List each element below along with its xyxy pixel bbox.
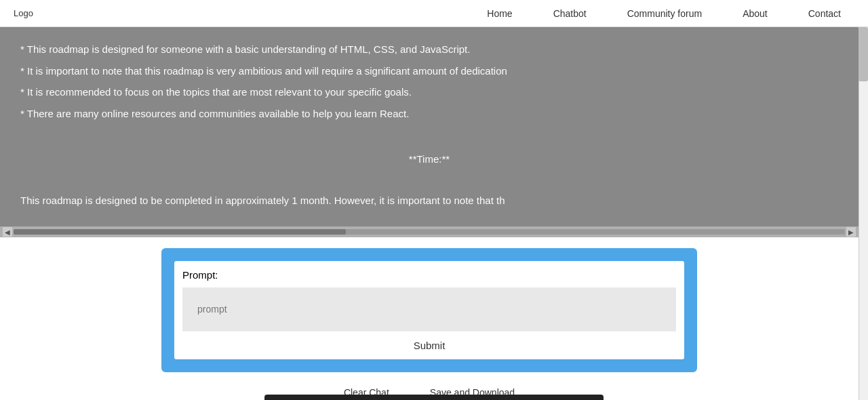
nav-links: Home Chatbot Community forum About Conta…	[487, 7, 841, 20]
prompt-input[interactable]	[191, 294, 668, 324]
chat-line-2: * It is important to note that this road…	[20, 62, 838, 80]
horizontal-scrollbar[interactable]: ◀ ▶	[0, 226, 859, 237]
chat-line-1: * This roadmap is designed for someone w…	[20, 41, 838, 58]
vertical-scrollbar[interactable]	[859, 0, 868, 400]
chat-display: * This roadmap is designed for someone w…	[0, 27, 859, 226]
scrollbar-thumb[interactable]	[859, 27, 868, 81]
time-label: **Time:**	[20, 151, 838, 168]
bottom-bar	[264, 395, 604, 400]
chat-line-4: * There are many online resources and co…	[20, 105, 838, 123]
logo: Logo	[14, 8, 33, 18]
scroll-left-arrow[interactable]: ◀	[3, 227, 12, 237]
prompt-input-row	[182, 287, 676, 331]
nav-community[interactable]: Community forum	[627, 8, 702, 19]
navbar: Logo Home Chatbot Community forum About …	[0, 0, 868, 27]
submit-button[interactable]: Submit	[182, 336, 676, 355]
nav-about[interactable]: About	[743, 8, 768, 19]
scroll-thumb[interactable]	[14, 229, 346, 235]
chat-line-8: This roadmap is designed to be completed…	[20, 192, 838, 209]
main-content: * This roadmap is designed for someone w…	[0, 27, 859, 400]
prompt-container: Prompt: Submit	[161, 248, 697, 372]
nav-chatbot[interactable]: Chatbot	[553, 8, 587, 19]
nav-home[interactable]: Home	[487, 8, 512, 19]
scroll-right-arrow[interactable]: ▶	[846, 227, 856, 237]
prompt-label: Prompt:	[182, 269, 676, 281]
chat-line-3: * It is recommended to focus on the topi…	[20, 83, 838, 101]
nav-contact[interactable]: Contact	[808, 8, 841, 19]
scroll-track	[14, 229, 845, 235]
